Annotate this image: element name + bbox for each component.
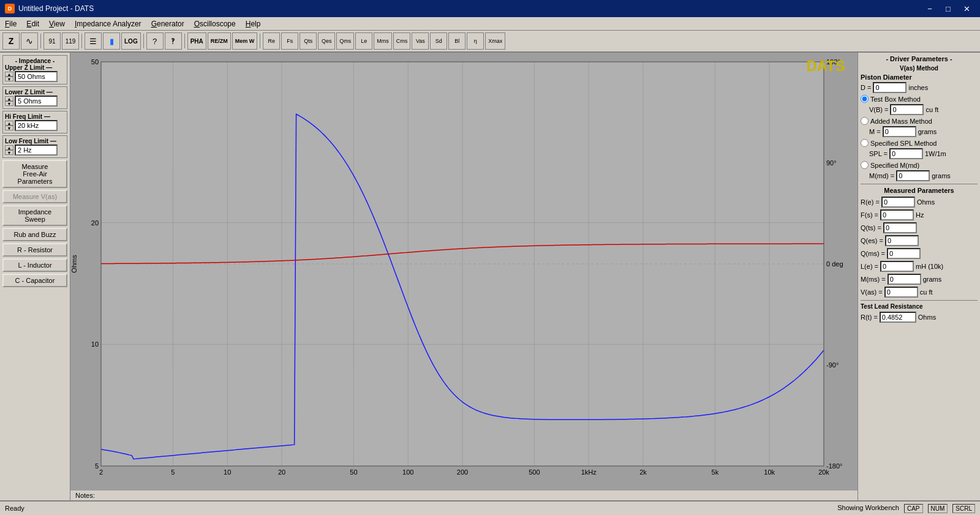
menu-impedance-analyzer[interactable]: Impedance Analyzer [70,18,146,29]
m-input[interactable] [883,126,916,137]
measure-vas-button[interactable]: Measure V(as) [2,190,67,203]
qms-input[interactable] [887,248,921,259]
rt-label: R(t) = [861,314,878,321]
low-freq-input[interactable]: 2 Hz [15,145,58,156]
hi-freq-input[interactable]: 20 kHz [15,120,58,131]
right-panel: - Driver Parameters - V(as) Method Pisto… [858,53,980,500]
menu-help[interactable]: Help [241,18,266,29]
lower-z-down[interactable]: ▼ [5,101,13,106]
toolbar-wave-button[interactable]: ∿ [21,32,38,50]
mmd-input[interactable] [896,170,930,181]
measure-freeair-button[interactable]: Measure Free-Air Parameters [2,160,67,188]
window-controls: − □ ✕ [921,1,975,16]
low-freq-up[interactable]: ▲ [5,145,13,150]
title-area: D Untitled Project - DATS [5,4,94,13]
toolbar-extra-6[interactable]: Le [355,32,372,50]
low-freq-down[interactable]: ▼ [5,150,13,155]
rt-row: R(t) = Ohms [861,312,978,323]
l-inductor-button[interactable]: L - Inductor [2,258,67,272]
c-capacitor-button[interactable]: C - Capacitor [2,274,67,287]
titlebar: D Untitled Project - DATS − □ ✕ [0,0,980,17]
toolbar-extra-4[interactable]: Qes [318,32,335,50]
minimize-button[interactable]: − [921,1,938,16]
toolbar-extra-13[interactable]: Xmax [485,32,505,50]
low-freq-label: Low Freq Limit — [5,138,65,145]
close-button[interactable]: ✕ [958,1,975,16]
impedance-sweep-button[interactable]: Impedance Sweep [2,205,67,226]
vas-row: V(as) = cu ft [861,287,978,298]
vb-input[interactable] [890,104,924,115]
toolbar-phase-button[interactable]: PHA [187,32,206,50]
test-box-row: Test Box Method [861,95,978,103]
toolbar-extra-11[interactable]: Bl [448,32,466,50]
test-box-radio[interactable] [861,95,869,103]
toolbar-rezm-button[interactable]: RE/ZM [208,32,231,50]
toolbar-querymark-button[interactable]: ‽ [165,32,182,50]
spl-row: SPL = 1W/1m [861,148,978,159]
toolbar-log-button[interactable]: LOG [121,32,141,50]
rt-input[interactable] [880,312,916,323]
added-mass-radio[interactable] [861,117,869,125]
added-mass-label: Added Mass Method [870,118,932,125]
toolbar-bars-button[interactable]: ☰ [85,32,102,50]
toolbar-btn1[interactable]: 91 [43,32,61,50]
toolbar-extra-7[interactable]: Mms [374,32,392,50]
hi-freq-down[interactable]: ▼ [5,126,13,130]
toolbar-fill-button[interactable]: ▮ [103,32,120,50]
spl-unit: 1W/1m [925,150,946,157]
rub-buzz-button[interactable]: Rub and Buzz [2,228,67,241]
upper-z-down[interactable]: ▼ [5,77,13,81]
maximize-button[interactable]: □ [940,1,957,16]
num-indicator: NUM [928,504,948,513]
menu-view[interactable]: View [44,18,70,29]
cap-indicator: CAP [904,504,923,513]
toolbar-btn2[interactable]: 119 [62,32,79,50]
toolbar-query-button[interactable]: ? [146,32,164,50]
qes-input[interactable] [885,235,919,246]
toolbar-extra-1[interactable]: Re [263,32,280,50]
toolbar-extra-12[interactable]: η [467,32,484,50]
statusbar: Ready Showing Workbench CAP NUM SCRL [0,500,980,515]
mmd-unit: grams [932,172,951,179]
qts-input[interactable] [883,222,917,233]
toolbar-extra-5[interactable]: Qms [336,32,354,50]
toolbar-extra-8[interactable]: Cms [393,32,411,50]
vas-input[interactable] [884,287,918,298]
lower-z-up[interactable]: ▲ [5,96,13,101]
toolbar-extra-9[interactable]: Vas [412,32,429,50]
toolbar-z-button[interactable]: Z [2,32,20,50]
toolbar-extra-3[interactable]: Qts [300,32,317,50]
d-label: D = [861,84,871,91]
impedance-chart [70,53,858,491]
menu-oscilloscope[interactable]: Oscilloscope [189,18,241,29]
le-input[interactable] [880,261,914,272]
upper-z-input[interactable]: 50 Ohms [15,71,58,82]
m-unit: grams [918,128,937,135]
menu-generator[interactable]: Generator [146,18,189,29]
toolbar-extra-2[interactable]: Fs [281,32,298,50]
vb-unit: cu ft [925,106,938,113]
toolbar-extra-10[interactable]: Sd [430,32,447,50]
notes-area: Notes: [70,491,858,500]
window-title: Untitled Project - DATS [18,4,94,13]
lower-z-label: Lower Z Limit — [5,89,65,96]
menu-edit[interactable]: Edit [21,18,44,29]
chart-area: DATS Notes: [70,53,858,500]
d-input[interactable] [873,82,907,93]
mms-input[interactable] [888,274,921,285]
lower-z-input[interactable]: 5 Ohms [15,96,58,107]
upper-z-up[interactable]: ▲ [5,72,13,77]
re-input[interactable] [881,197,915,208]
menu-file[interactable]: File [0,18,21,29]
toolbar-mem-button[interactable]: Mem W [232,32,258,50]
fs-input[interactable] [880,209,914,220]
low-freq-group: Low Freq Limit — ▲ ▼ 2 Hz [2,135,67,158]
specified-spl-radio[interactable] [861,139,869,147]
r-resistor-button[interactable]: R - Resistor [2,243,67,257]
piston-diam-label: Piston Diameter [861,73,978,81]
qts-label: Q(ts) = [861,224,881,231]
specified-mmd-radio[interactable] [861,161,869,169]
hi-freq-up[interactable]: ▲ [5,121,13,126]
le-unit: mH (10k) [916,263,943,270]
spl-input[interactable] [889,148,923,159]
